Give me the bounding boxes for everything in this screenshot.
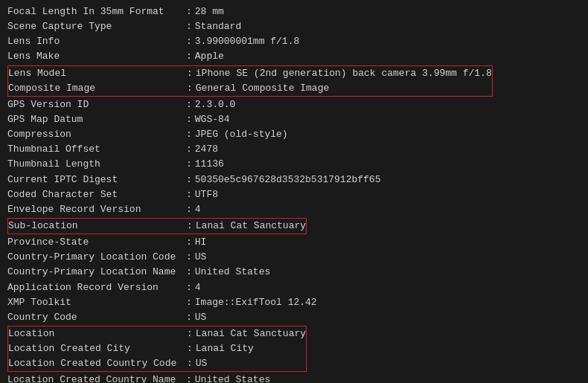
row-label: Lens Model (8, 66, 187, 81)
table-row: Lens Model : iPhone SE (2nd generation) … (8, 66, 492, 81)
table-row: Country Code : US (7, 310, 581, 325)
row-label: Application Record Version (7, 280, 186, 295)
row-value: 50350e5c967628d3532b5317912bff65 (195, 173, 381, 187)
row-label: Thumbnail Length (7, 157, 186, 172)
row-value: 2.3.0.0 (195, 97, 236, 112)
row-value: 4 (195, 280, 201, 295)
row-value: Image::ExifTool 12.42 (195, 295, 317, 310)
row-label: GPS Version ID (7, 97, 186, 112)
row-value: 11136 (195, 157, 224, 172)
row-label: Location (8, 326, 187, 341)
row-value: Standard (195, 19, 241, 34)
row-label: Country Code (7, 310, 186, 325)
sublocation-box: Sub-location : Lanai Cat Sanctuary (7, 218, 307, 234)
row-label: Lens Info (7, 34, 186, 49)
row-value: 28 mm (195, 4, 224, 19)
row-value: United States (195, 373, 270, 383)
row-label: GPS Map Datum (7, 112, 186, 127)
table-row: Country-Primary Location Code : US (7, 250, 581, 265)
table-row: Province-State : HI (7, 235, 581, 250)
row-label: Country-Primary Location Code (7, 250, 186, 265)
row-label: Envelope Record Version (7, 202, 186, 217)
row-label: Location Created Country Code (8, 356, 187, 371)
row-value: Lanai Cat Sanctuary (196, 219, 306, 234)
table-row: Current IPTC Digest : 50350e5c967628d353… (7, 173, 581, 187)
table-row: Lens Make : Apple (7, 49, 581, 64)
table-row: Application Record Version : 4 (7, 280, 581, 295)
table-row: Composite Image : General Composite Imag… (8, 81, 492, 96)
row-label: Coded Character Set (7, 187, 186, 202)
row-label: Location Created Country Name (7, 373, 186, 383)
row-label: Location Created City (8, 341, 187, 356)
table-row: Lens Info : 3.99000001mm f/1.8 (7, 34, 581, 49)
row-value: UTF8 (195, 187, 218, 202)
row-value: WGS-84 (195, 112, 230, 127)
row-value: HI (195, 235, 207, 250)
row-label: XMP Toolkit (7, 295, 186, 310)
row-value: US (195, 310, 207, 325)
row-label: Lens Make (7, 49, 186, 64)
table-row: Scene Capture Type : Standard (7, 19, 581, 34)
table-row: Thumbnail Length : 11136 (7, 157, 581, 172)
table-row: Location Created City : Lanai City (8, 341, 306, 356)
lens-model-box: Lens Model : iPhone SE (2nd generation) … (7, 65, 493, 97)
table-row: Coded Character Set : UTF8 (7, 187, 581, 202)
table-row: Location Created Country Name : United S… (7, 373, 581, 383)
table-row: Sub-location : Lanai Cat Sanctuary (8, 219, 306, 234)
row-label: Country-Primary Location Name (7, 265, 186, 280)
row-value: iPhone SE (2nd generation) back camera 3… (196, 66, 492, 81)
table-row: Location : Lanai Cat Sanctuary (8, 326, 306, 341)
row-value: JPEG (old-style) (195, 127, 288, 142)
row-value: US (195, 250, 207, 265)
row-value: Apple (195, 49, 224, 64)
row-value: Lanai Cat Sanctuary (196, 326, 306, 341)
table-row: Focal Length In 35mm Format : 28 mm (7, 4, 581, 19)
row-label: Composite Image (8, 81, 187, 96)
row-label: Focal Length In 35mm Format (7, 4, 186, 19)
row-value: Lanai City (196, 341, 254, 356)
row-value: 2478 (195, 142, 218, 157)
table-row: Location Created Country Code : US (8, 356, 306, 371)
table-row: GPS Map Datum : WGS-84 (7, 112, 581, 127)
table-row: Thumbnail Offset : 2478 (7, 142, 581, 157)
table-row: XMP Toolkit : Image::ExifTool 12.42 (7, 295, 581, 310)
row-value: United States (195, 265, 270, 280)
table-row: Envelope Record Version : 4 (7, 202, 581, 217)
table-row: Country-Primary Location Name : United S… (7, 265, 581, 280)
table-row: Compression : JPEG (old-style) (7, 127, 581, 142)
row-value: 4 (195, 202, 201, 217)
location-box: Location : Lanai Cat Sanctuary Location … (7, 326, 307, 372)
row-value: 3.99000001mm f/1.8 (195, 34, 299, 49)
row-value: General Composite Image (196, 81, 329, 96)
row-label: Thumbnail Offset (7, 142, 186, 157)
row-label: Scene Capture Type (7, 19, 186, 34)
row-label: Current IPTC Digest (7, 173, 186, 187)
metadata-display: Focal Length In 35mm Format : 28 mm Scen… (0, 0, 588, 383)
table-row: GPS Version ID : 2.3.0.0 (7, 97, 581, 112)
row-label: Sub-location (8, 219, 187, 234)
row-value: US (196, 356, 208, 371)
row-label: Province-State (7, 235, 186, 250)
row-label: Compression (7, 127, 186, 142)
